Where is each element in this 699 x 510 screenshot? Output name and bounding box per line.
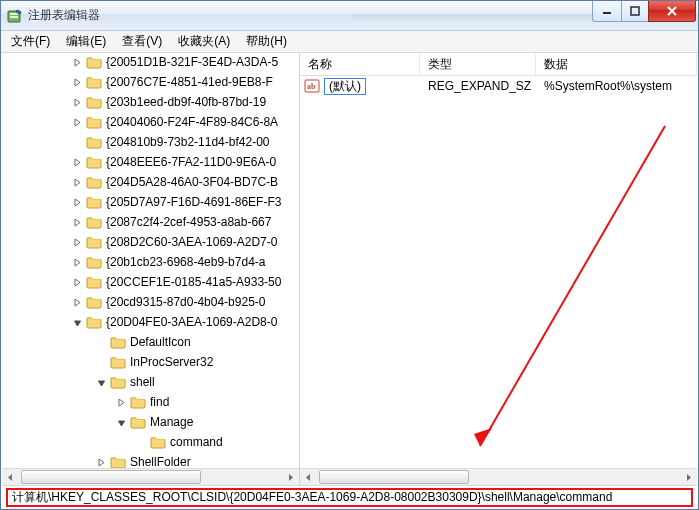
menu-help[interactable]: 帮助(H)	[238, 30, 295, 53]
folder-icon	[130, 415, 146, 429]
expand-toggle-icon[interactable]	[70, 215, 84, 229]
tree-node-label: ShellFolder	[130, 455, 191, 468]
tree-node-label: {20404060-F24F-4F89-84C6-8A	[106, 115, 278, 129]
list-body[interactable]: ab (默认) REG_EXPAND_SZ %SystemRoot%\syste…	[300, 76, 697, 468]
list-hscrollbar[interactable]	[300, 468, 697, 485]
expand-toggle-icon[interactable]	[70, 195, 84, 209]
regedit-icon	[7, 8, 23, 24]
tree-node-label: {2087c2f4-2cef-4953-a8ab-667	[106, 215, 271, 229]
folder-icon	[86, 315, 102, 329]
expand-toggle-icon[interactable]	[70, 315, 84, 329]
expand-toggle-icon[interactable]	[70, 255, 84, 269]
close-button[interactable]	[648, 1, 696, 22]
tree-node-label: {204810b9-73b2-11d4-bf42-00	[106, 135, 269, 149]
tree-node[interactable]: find	[2, 392, 299, 412]
list-row[interactable]: ab (默认) REG_EXPAND_SZ %SystemRoot%\syste…	[300, 76, 697, 96]
tree-node[interactable]: {20404060-F24F-4F89-84C6-8A	[2, 112, 299, 132]
folder-icon	[86, 75, 102, 89]
tree-node[interactable]: {20D04FE0-3AEA-1069-A2D8-0	[2, 312, 299, 332]
expand-toggle-icon[interactable]	[70, 275, 84, 289]
tree-node[interactable]: {204D5A28-46A0-3F04-BD7C-B	[2, 172, 299, 192]
menu-edit[interactable]: 编辑(E)	[58, 30, 114, 53]
folder-icon	[86, 55, 102, 69]
expand-toggle-icon	[94, 355, 108, 369]
menu-file[interactable]: 文件(F)	[3, 30, 58, 53]
minimize-button[interactable]	[592, 1, 622, 22]
svg-text:ab: ab	[307, 82, 316, 91]
folder-icon	[86, 215, 102, 229]
expand-toggle-icon[interactable]	[94, 375, 108, 389]
tree-node[interactable]: {208D2C60-3AEA-1069-A2D7-0	[2, 232, 299, 252]
tree-node[interactable]: {20051D1B-321F-3E4D-A3DA-5	[2, 54, 299, 72]
scroll-right-icon[interactable]	[680, 469, 697, 485]
folder-icon	[86, 275, 102, 289]
tree-node-label: command	[170, 435, 223, 449]
tree-node-label: {20051D1B-321F-3E4D-A3DA-5	[106, 55, 278, 69]
folder-icon	[86, 295, 102, 309]
scroll-right-icon[interactable]	[282, 469, 299, 485]
tree-hscrollbar[interactable]	[2, 468, 299, 485]
tree-node-label: {203b1eed-db9f-40fb-87bd-19	[106, 95, 266, 109]
col-name[interactable]: 名称	[300, 54, 420, 75]
expand-toggle-icon[interactable]	[94, 455, 108, 468]
expand-toggle-icon[interactable]	[70, 115, 84, 129]
tree-node[interactable]: ShellFolder	[2, 452, 299, 468]
value-name-editbox[interactable]: (默认)	[324, 78, 366, 95]
annotation-arrow	[300, 76, 697, 468]
folder-icon	[86, 95, 102, 109]
tree-node-label: InProcServer32	[130, 355, 213, 369]
expand-toggle-icon	[134, 435, 148, 449]
tree-node[interactable]: {2048EEE6-7FA2-11D0-9E6A-0	[2, 152, 299, 172]
svg-rect-2	[10, 16, 18, 18]
tree-node-label: Manage	[150, 415, 193, 429]
tree-node[interactable]: shell	[2, 372, 299, 392]
tree-node[interactable]: {203b1eed-db9f-40fb-87bd-19	[2, 92, 299, 112]
folder-icon	[110, 455, 126, 468]
tree-node-label: {20076C7E-4851-41ed-9EB8-F	[106, 75, 273, 89]
tree-node[interactable]: {2087c2f4-2cef-4953-a8ab-667	[2, 212, 299, 232]
expand-toggle-icon[interactable]	[114, 415, 128, 429]
titlebar: 注册表编辑器 ————————————————————	[1, 1, 698, 31]
folder-icon	[86, 255, 102, 269]
tree-node[interactable]: Manage	[2, 412, 299, 432]
folder-icon	[86, 135, 102, 149]
col-data[interactable]: 数据	[536, 54, 697, 75]
scroll-left-icon[interactable]	[300, 469, 317, 485]
menu-favorites[interactable]: 收藏夹(A)	[170, 30, 238, 53]
string-value-icon: ab	[304, 78, 320, 94]
titlebar-blurred-text: ————————————————————	[353, 9, 593, 23]
tree-node[interactable]: InProcServer32	[2, 352, 299, 372]
tree-node-label: {208D2C60-3AEA-1069-A2D7-0	[106, 235, 277, 249]
expand-toggle-icon[interactable]	[114, 395, 128, 409]
expand-toggle-icon[interactable]	[70, 55, 84, 69]
svg-marker-8	[474, 428, 492, 446]
tree-node[interactable]: command	[2, 432, 299, 452]
tree-node[interactable]: {20cd9315-87d0-4b04-b925-0	[2, 292, 299, 312]
scroll-left-icon[interactable]	[2, 469, 19, 485]
tree-scroll[interactable]: {20051D1B-321F-3E4D-A3DA-5{20076C7E-4851…	[2, 54, 299, 468]
expand-toggle-icon[interactable]	[70, 235, 84, 249]
expand-toggle-icon[interactable]	[70, 155, 84, 169]
expand-toggle-icon[interactable]	[70, 295, 84, 309]
svg-rect-4	[631, 7, 639, 15]
tree-node-label: {20cd9315-87d0-4b04-b925-0	[106, 295, 265, 309]
tree-node[interactable]: {20CCEF1E-0185-41a5-A933-50	[2, 272, 299, 292]
folder-icon	[86, 115, 102, 129]
tree-node[interactable]: {20b1cb23-6968-4eb9-b7d4-a	[2, 252, 299, 272]
value-type: REG_EXPAND_SZ	[420, 79, 536, 93]
tree-node[interactable]: {205D7A97-F16D-4691-86EF-F3	[2, 192, 299, 212]
menu-view[interactable]: 查看(V)	[114, 30, 170, 53]
folder-icon	[110, 355, 126, 369]
tree-node[interactable]: {20076C7E-4851-41ed-9EB8-F	[2, 72, 299, 92]
tree-node[interactable]: {204810b9-73b2-11d4-bf42-00	[2, 132, 299, 152]
tree-node-label: {2048EEE6-7FA2-11D0-9E6A-0	[106, 155, 276, 169]
expand-toggle-icon	[70, 135, 84, 149]
folder-icon	[110, 375, 126, 389]
tree-node-label: {204D5A28-46A0-3F04-BD7C-B	[106, 175, 278, 189]
expand-toggle-icon[interactable]	[70, 175, 84, 189]
tree-node[interactable]: DefaultIcon	[2, 332, 299, 352]
col-type[interactable]: 类型	[420, 54, 536, 75]
maximize-button[interactable]	[621, 1, 649, 22]
expand-toggle-icon[interactable]	[70, 75, 84, 89]
expand-toggle-icon[interactable]	[70, 95, 84, 109]
